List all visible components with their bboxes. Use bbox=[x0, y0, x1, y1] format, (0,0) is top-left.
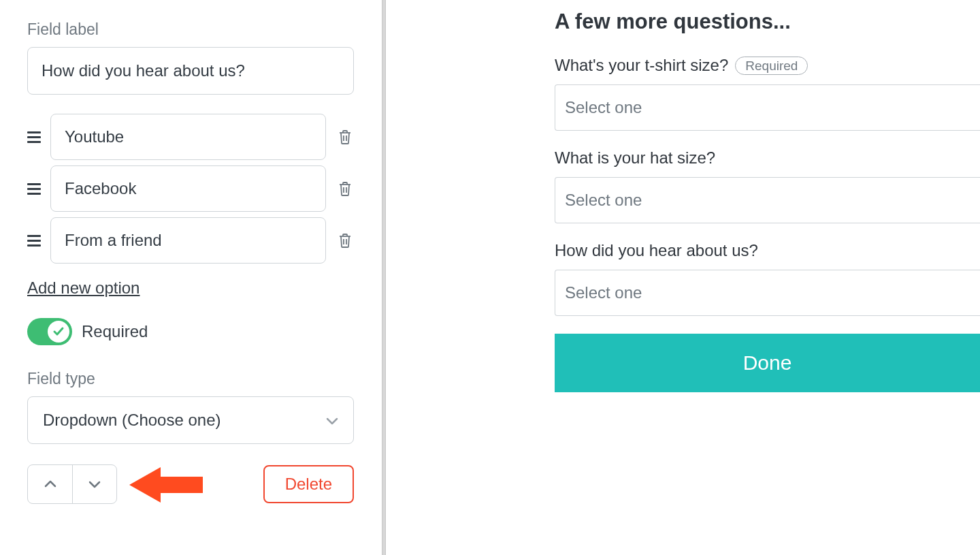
preview-dropdown-placeholder: Select one bbox=[565, 98, 642, 117]
preview-dropdown-placeholder: Select one bbox=[565, 283, 642, 302]
option-input[interactable] bbox=[50, 114, 326, 160]
editor-bottom-row: Delete bbox=[27, 464, 354, 504]
field-type-caption: Field type bbox=[27, 370, 355, 388]
check-icon bbox=[52, 326, 65, 338]
required-badge: Required bbox=[735, 57, 808, 75]
preview-heading: A few more questions... bbox=[555, 10, 980, 34]
move-down-button[interactable] bbox=[72, 465, 116, 503]
trash-icon bbox=[338, 129, 352, 144]
preview-field: What is your hat size? Select one bbox=[555, 148, 980, 223]
option-row bbox=[27, 217, 355, 264]
delete-option-button[interactable] bbox=[336, 127, 355, 147]
add-option-link[interactable]: Add new option bbox=[27, 279, 140, 298]
trash-icon bbox=[338, 233, 352, 248]
submit-button[interactable]: Done bbox=[555, 334, 980, 392]
option-input[interactable] bbox=[50, 217, 326, 264]
preview-field-label: What's your t-shirt size? bbox=[555, 56, 728, 75]
preview-field-label: How did you hear about us? bbox=[555, 241, 758, 260]
chevron-down-icon bbox=[86, 476, 103, 492]
preview-dropdown[interactable]: Select one bbox=[555, 84, 980, 131]
form-preview-panel: A few more questions... What's your t-sh… bbox=[386, 0, 980, 555]
delete-option-button[interactable] bbox=[336, 178, 355, 199]
preview-dropdown-placeholder: Select one bbox=[565, 191, 642, 210]
drag-handle-icon[interactable] bbox=[27, 235, 44, 247]
option-row bbox=[27, 114, 355, 160]
drag-handle-icon[interactable] bbox=[27, 183, 44, 195]
required-toggle-label: Required bbox=[82, 322, 148, 341]
chevron-up-icon bbox=[42, 476, 59, 492]
option-input[interactable] bbox=[50, 165, 326, 212]
option-row bbox=[27, 165, 355, 212]
field-type-select[interactable]: Dropdown (Choose one) bbox=[27, 396, 354, 444]
field-label-caption: Field label bbox=[27, 20, 355, 39]
preview-field: What's your t-shirt size? Required Selec… bbox=[555, 56, 980, 131]
field-type-block: Field type Dropdown (Choose one) bbox=[27, 370, 355, 444]
svg-marker-0 bbox=[129, 467, 203, 503]
field-editor-panel: Field label bbox=[0, 0, 382, 555]
preview-field-label: What is your hat size? bbox=[555, 148, 715, 168]
move-up-button[interactable] bbox=[28, 465, 72, 503]
required-toggle[interactable] bbox=[27, 318, 72, 345]
trash-icon bbox=[338, 181, 352, 196]
field-type-value: Dropdown (Choose one) bbox=[43, 411, 220, 430]
drag-handle-icon[interactable] bbox=[27, 131, 44, 143]
chevron-down-icon bbox=[325, 413, 338, 427]
delete-field-button[interactable]: Delete bbox=[263, 465, 354, 503]
reorder-button-group bbox=[27, 464, 117, 504]
preview-field: How did you hear about us? Select one bbox=[555, 241, 980, 316]
delete-option-button[interactable] bbox=[336, 230, 355, 251]
required-toggle-row: Required bbox=[27, 318, 355, 345]
preview-dropdown[interactable]: Select one bbox=[555, 177, 980, 223]
annotation-arrow-icon bbox=[129, 458, 225, 512]
preview-dropdown[interactable]: Select one bbox=[555, 270, 980, 316]
field-label-input[interactable] bbox=[27, 47, 354, 95]
options-list: Add new option bbox=[27, 114, 355, 298]
